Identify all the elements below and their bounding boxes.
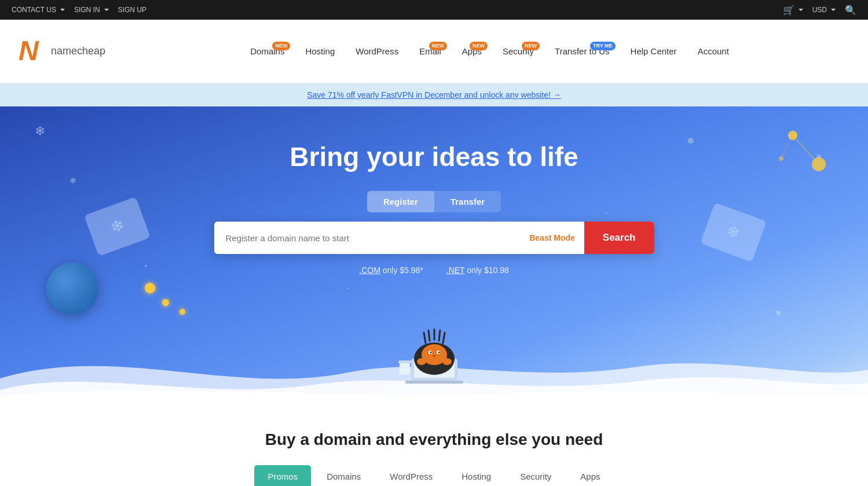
svg-point-19: [438, 352, 440, 354]
snowflake-5: ❄: [775, 309, 781, 317]
email-badge: NEW: [429, 42, 447, 50]
svg-rect-24: [398, 360, 411, 363]
com-price: .COM only $5.98*: [359, 266, 423, 275]
beast-mode-button[interactable]: Beast Mode: [520, 222, 584, 254]
register-tab[interactable]: Register: [367, 191, 434, 212]
nav-help[interactable]: Help Center: [622, 42, 685, 61]
svg-point-18: [430, 352, 431, 354]
domain-search-input[interactable]: [214, 222, 521, 254]
sign-in-label: SIGN IN: [74, 6, 100, 14]
tab-security-label: Security: [520, 472, 551, 481]
net-link[interactable]: .NET: [446, 266, 465, 275]
search-box: Beast Mode Search: [214, 222, 654, 254]
snowflake-4: ❄: [687, 135, 694, 146]
transfer-badge: TRY ME: [590, 42, 616, 50]
sign-in-chevron: [104, 9, 109, 11]
net-price: .NET only $10.98: [446, 266, 509, 275]
currency-chevron: [831, 9, 836, 11]
contact-us-label: CONTACT US: [12, 6, 56, 14]
logo-link[interactable]: N namecheap: [17, 35, 105, 68]
nav-security[interactable]: NEW Security: [495, 42, 542, 61]
tab-apps[interactable]: Apps: [567, 465, 613, 486]
tab-hosting[interactable]: Hosting: [448, 465, 504, 486]
nav-hosting-label: Hosting: [305, 46, 335, 56]
svg-line-13: [439, 330, 440, 341]
register-tab-label: Register: [383, 197, 418, 207]
hero-title: Bring your ideas to life: [290, 141, 578, 172]
tab-wordpress-label: WordPress: [390, 472, 433, 481]
sign-up-label: SIGN UP: [118, 6, 147, 14]
cart-chevron: [799, 9, 803, 11]
nav-domains[interactable]: NEW Domains: [242, 42, 292, 61]
logo-icon: N: [17, 35, 46, 68]
svg-line-10: [424, 333, 426, 343]
domains-badge: NEW: [272, 42, 290, 50]
currency-selector[interactable]: USD: [812, 6, 836, 14]
contact-us-link[interactable]: CONTACT US: [12, 6, 65, 14]
svg-line-11: [428, 330, 430, 341]
svg-point-2: [812, 157, 826, 171]
constellation-svg: [729, 118, 833, 222]
nav-account[interactable]: Account: [690, 42, 737, 61]
search-icon[interactable]: 🔍: [845, 5, 856, 16]
bottom-section: Buy a domain and everything else you nee…: [0, 402, 868, 486]
top-bar: CONTACT US SIGN IN SIGN UP 🛒 USD 🔍: [0, 0, 868, 20]
domain-tabs: Register Transfer: [367, 191, 501, 212]
snowflake-6: ❄: [816, 153, 822, 161]
snowflake-1: ❄: [35, 124, 45, 139]
svg-line-5: [781, 135, 793, 159]
search-button[interactable]: Search: [584, 222, 654, 254]
currency-label: USD: [812, 6, 827, 14]
nav-transfer[interactable]: TRY ME Transfer to Us: [547, 42, 617, 61]
promo-link[interactable]: Save 71% off yearly FastVPN in December …: [307, 90, 561, 100]
search-button-label: Search: [603, 232, 636, 243]
tab-promos[interactable]: Promos: [254, 465, 311, 486]
beast-mode-label: Beast Mode: [529, 233, 575, 242]
main-nav: N namecheap NEW Domains Hosting WordPres…: [0, 20, 868, 83]
tab-apps-label: Apps: [580, 472, 600, 481]
nav-email[interactable]: NEW Email: [411, 42, 449, 61]
nav-account-label: Account: [698, 46, 729, 56]
security-badge: NEW: [522, 42, 540, 50]
nav-wordpress-label: WordPress: [356, 46, 398, 56]
tab-domains[interactable]: Domains: [313, 465, 374, 486]
sign-in-link[interactable]: SIGN IN: [74, 6, 109, 14]
snowflake-8: •: [606, 211, 607, 216]
transfer-tab-label: Transfer: [451, 197, 485, 207]
nav-hosting[interactable]: Hosting: [297, 42, 343, 61]
deco-card-right: ❄: [700, 203, 767, 262]
category-tabs: Promos Domains WordPress Hosting Securit…: [23, 465, 845, 486]
svg-point-4: [779, 156, 783, 161]
logo-text: namecheap: [51, 45, 105, 57]
transfer-tab[interactable]: Transfer: [434, 191, 501, 212]
svg-line-14: [443, 333, 445, 343]
hero-section: ❄ ❄ ❄ ❄ ❄ ❄ • • • ❄ ❄ Bring your ideas t…: [0, 106, 868, 402]
snowflake-2: ❄: [69, 176, 76, 185]
nav-wordpress[interactable]: WordPress: [347, 42, 406, 61]
hedgehog-svg: [382, 327, 486, 385]
promo-banner: Save 71% off yearly FastVPN in December …: [0, 83, 868, 106]
svg-point-21: [417, 358, 426, 365]
sign-up-link[interactable]: SIGN UP: [118, 6, 147, 14]
tab-wordpress[interactable]: WordPress: [376, 465, 446, 486]
snowflake-9: •: [347, 286, 349, 291]
svg-rect-8: [405, 381, 463, 384]
svg-point-20: [433, 355, 436, 357]
cart-icon[interactable]: 🛒: [783, 5, 803, 16]
nav-items: NEW Domains Hosting WordPress NEW Email …: [129, 42, 851, 61]
promo-text: Save 71% off yearly FastVPN in December …: [307, 90, 561, 100]
hedgehog-illustration: [382, 327, 486, 387]
svg-point-22: [442, 358, 452, 365]
domain-prices: .COM only $5.98* .NET only $10.98: [359, 266, 508, 275]
deco-card-left: ❄: [84, 197, 151, 256]
bottom-title: Buy a domain and everything else you nee…: [23, 430, 845, 449]
com-link[interactable]: .COM: [359, 266, 380, 275]
globe-left: [46, 263, 104, 332]
net-price-text: only $10.98: [467, 266, 508, 275]
tab-security[interactable]: Security: [507, 465, 565, 486]
tab-promos-label: Promos: [268, 472, 298, 481]
svg-line-3: [793, 135, 819, 164]
nav-apps[interactable]: NEW Apps: [454, 42, 490, 61]
tab-hosting-label: Hosting: [462, 472, 491, 481]
com-price-text: only $5.98*: [383, 266, 423, 275]
